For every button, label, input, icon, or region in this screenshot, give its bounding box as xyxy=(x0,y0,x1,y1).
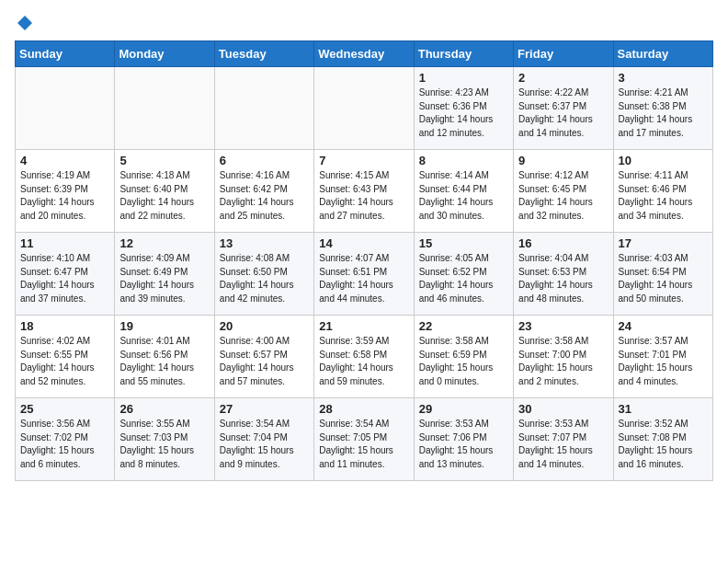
day-number: 30 xyxy=(518,402,608,416)
day-of-week-header: Monday xyxy=(115,41,214,67)
day-number: 7 xyxy=(319,154,408,167)
calendar-day-cell: 12Sunrise: 4:09 AM Sunset: 6:49 PM Dayli… xyxy=(115,233,214,316)
day-number: 4 xyxy=(20,154,109,167)
day-of-week-header: Wednesday xyxy=(314,41,414,67)
day-info: Sunrise: 3:53 AM Sunset: 7:07 PM Dayligh… xyxy=(518,418,608,471)
day-info: Sunrise: 4:11 AM Sunset: 6:46 PM Dayligh… xyxy=(619,169,708,223)
logo-flag-icon xyxy=(17,15,33,31)
calendar-day-cell: 27Sunrise: 3:54 AM Sunset: 7:04 PM Dayli… xyxy=(214,398,313,481)
day-number: 26 xyxy=(119,402,209,416)
day-number: 1 xyxy=(419,71,508,85)
day-info: Sunrise: 4:02 AM Sunset: 6:55 PM Dayligh… xyxy=(20,335,109,388)
calendar-day-cell: 15Sunrise: 4:05 AM Sunset: 6:52 PM Dayli… xyxy=(414,233,513,316)
day-info: Sunrise: 4:16 AM Sunset: 6:42 PM Dayligh… xyxy=(220,169,309,223)
calendar-day-cell: 1Sunrise: 4:23 AM Sunset: 6:36 PM Daylig… xyxy=(414,67,513,150)
day-number: 24 xyxy=(619,319,708,333)
day-info: Sunrise: 4:23 AM Sunset: 6:36 PM Dayligh… xyxy=(419,86,508,140)
day-info: Sunrise: 3:58 AM Sunset: 7:00 PM Dayligh… xyxy=(518,335,608,388)
calendar-day-cell: 23Sunrise: 3:58 AM Sunset: 7:00 PM Dayli… xyxy=(514,316,613,398)
calendar-day-cell: 14Sunrise: 4:07 AM Sunset: 6:51 PM Dayli… xyxy=(314,233,414,316)
day-info: Sunrise: 3:56 AM Sunset: 7:02 PM Dayligh… xyxy=(20,418,109,471)
calendar-day-cell: 26Sunrise: 3:55 AM Sunset: 7:03 PM Dayli… xyxy=(115,398,214,481)
calendar-day-cell: 7Sunrise: 4:15 AM Sunset: 6:43 PM Daylig… xyxy=(314,150,414,233)
day-info: Sunrise: 4:04 AM Sunset: 6:53 PM Dayligh… xyxy=(518,252,608,305)
calendar-day-cell: 28Sunrise: 3:54 AM Sunset: 7:05 PM Dayli… xyxy=(314,398,414,481)
day-number: 6 xyxy=(220,154,309,167)
day-number: 17 xyxy=(619,236,708,250)
calendar-day-cell: 20Sunrise: 4:00 AM Sunset: 6:57 PM Dayli… xyxy=(214,316,313,398)
day-number: 19 xyxy=(119,319,209,333)
day-info: Sunrise: 3:54 AM Sunset: 7:05 PM Dayligh… xyxy=(319,418,408,471)
calendar-day-cell: 6Sunrise: 4:16 AM Sunset: 6:42 PM Daylig… xyxy=(214,150,313,233)
calendar-day-cell: 8Sunrise: 4:14 AM Sunset: 6:44 PM Daylig… xyxy=(414,150,513,233)
day-number: 5 xyxy=(119,154,209,167)
day-info: Sunrise: 3:57 AM Sunset: 7:01 PM Dayligh… xyxy=(619,335,708,388)
day-info: Sunrise: 3:52 AM Sunset: 7:08 PM Dayligh… xyxy=(619,418,708,471)
calendar-day-cell: 19Sunrise: 4:01 AM Sunset: 6:56 PM Dayli… xyxy=(115,316,214,398)
day-number: 15 xyxy=(419,236,508,250)
calendar-day-cell: 29Sunrise: 3:53 AM Sunset: 7:06 PM Dayli… xyxy=(414,398,513,481)
day-number: 13 xyxy=(220,236,309,250)
calendar-day-cell: 31Sunrise: 3:52 AM Sunset: 7:08 PM Dayli… xyxy=(613,398,712,481)
day-number: 16 xyxy=(518,236,608,250)
calendar-empty-cell xyxy=(314,67,414,150)
day-number: 25 xyxy=(20,402,109,416)
calendar-empty-cell xyxy=(115,67,214,150)
day-number: 14 xyxy=(319,236,408,250)
calendar-week-row: 18Sunrise: 4:02 AM Sunset: 6:55 PM Dayli… xyxy=(16,316,713,398)
calendar-day-cell: 30Sunrise: 3:53 AM Sunset: 7:07 PM Dayli… xyxy=(514,398,613,481)
day-of-week-header: Saturday xyxy=(613,41,712,67)
calendar-day-cell: 10Sunrise: 4:11 AM Sunset: 6:46 PM Dayli… xyxy=(613,150,712,233)
day-info: Sunrise: 3:54 AM Sunset: 7:04 PM Dayligh… xyxy=(220,418,309,471)
calendar-empty-cell xyxy=(214,67,313,150)
day-info: Sunrise: 4:15 AM Sunset: 6:43 PM Dayligh… xyxy=(319,169,408,223)
day-number: 3 xyxy=(619,71,708,85)
day-info: Sunrise: 4:00 AM Sunset: 6:57 PM Dayligh… xyxy=(220,335,309,388)
day-number: 8 xyxy=(419,154,508,167)
day-number: 31 xyxy=(619,402,708,416)
calendar-day-cell: 17Sunrise: 4:03 AM Sunset: 6:54 PM Dayli… xyxy=(613,233,712,316)
calendar-week-row: 11Sunrise: 4:10 AM Sunset: 6:47 PM Dayli… xyxy=(16,233,713,316)
day-number: 2 xyxy=(518,71,608,85)
day-info: Sunrise: 4:03 AM Sunset: 6:54 PM Dayligh… xyxy=(619,252,708,305)
day-number: 23 xyxy=(518,319,608,333)
svg-marker-0 xyxy=(17,16,32,30)
calendar-header-row: SundayMondayTuesdayWednesdayThursdayFrid… xyxy=(16,41,713,67)
calendar-day-cell: 11Sunrise: 4:10 AM Sunset: 6:47 PM Dayli… xyxy=(16,233,115,316)
day-of-week-header: Thursday xyxy=(414,41,513,67)
calendar-day-cell: 22Sunrise: 3:58 AM Sunset: 6:59 PM Dayli… xyxy=(414,316,513,398)
calendar-empty-cell xyxy=(16,67,115,150)
day-info: Sunrise: 4:05 AM Sunset: 6:52 PM Dayligh… xyxy=(419,252,508,305)
day-info: Sunrise: 4:19 AM Sunset: 6:39 PM Dayligh… xyxy=(20,169,109,223)
logo-top xyxy=(15,15,33,31)
day-info: Sunrise: 4:22 AM Sunset: 6:37 PM Dayligh… xyxy=(518,86,608,140)
day-number: 12 xyxy=(119,236,209,250)
calendar-table: SundayMondayTuesdayWednesdayThursdayFrid… xyxy=(15,40,713,481)
day-info: Sunrise: 3:53 AM Sunset: 7:06 PM Dayligh… xyxy=(419,418,508,471)
calendar-week-row: 1Sunrise: 4:23 AM Sunset: 6:36 PM Daylig… xyxy=(16,67,713,150)
day-of-week-header: Tuesday xyxy=(214,41,313,67)
page-header xyxy=(15,15,713,29)
day-number: 22 xyxy=(419,319,508,333)
day-number: 29 xyxy=(419,402,508,416)
day-info: Sunrise: 4:08 AM Sunset: 6:50 PM Dayligh… xyxy=(220,252,309,305)
calendar-day-cell: 16Sunrise: 4:04 AM Sunset: 6:53 PM Dayli… xyxy=(514,233,613,316)
calendar-day-cell: 21Sunrise: 3:59 AM Sunset: 6:58 PM Dayli… xyxy=(314,316,414,398)
day-number: 28 xyxy=(319,402,408,416)
day-info: Sunrise: 4:12 AM Sunset: 6:45 PM Dayligh… xyxy=(518,169,608,223)
calendar-day-cell: 24Sunrise: 3:57 AM Sunset: 7:01 PM Dayli… xyxy=(613,316,712,398)
day-info: Sunrise: 4:10 AM Sunset: 6:47 PM Dayligh… xyxy=(20,252,109,305)
day-number: 20 xyxy=(220,319,309,333)
day-info: Sunrise: 3:59 AM Sunset: 6:58 PM Dayligh… xyxy=(319,335,408,388)
day-info: Sunrise: 3:55 AM Sunset: 7:03 PM Dayligh… xyxy=(119,418,209,471)
calendar-day-cell: 3Sunrise: 4:21 AM Sunset: 6:38 PM Daylig… xyxy=(613,67,712,150)
day-number: 9 xyxy=(518,154,608,167)
day-number: 11 xyxy=(20,236,109,250)
day-info: Sunrise: 4:18 AM Sunset: 6:40 PM Dayligh… xyxy=(119,169,209,223)
day-info: Sunrise: 4:07 AM Sunset: 6:51 PM Dayligh… xyxy=(319,252,408,305)
day-number: 27 xyxy=(220,402,309,416)
logo xyxy=(15,15,33,29)
day-info: Sunrise: 4:09 AM Sunset: 6:49 PM Dayligh… xyxy=(119,252,209,305)
day-number: 10 xyxy=(619,154,708,167)
calendar-week-row: 4Sunrise: 4:19 AM Sunset: 6:39 PM Daylig… xyxy=(16,150,713,233)
